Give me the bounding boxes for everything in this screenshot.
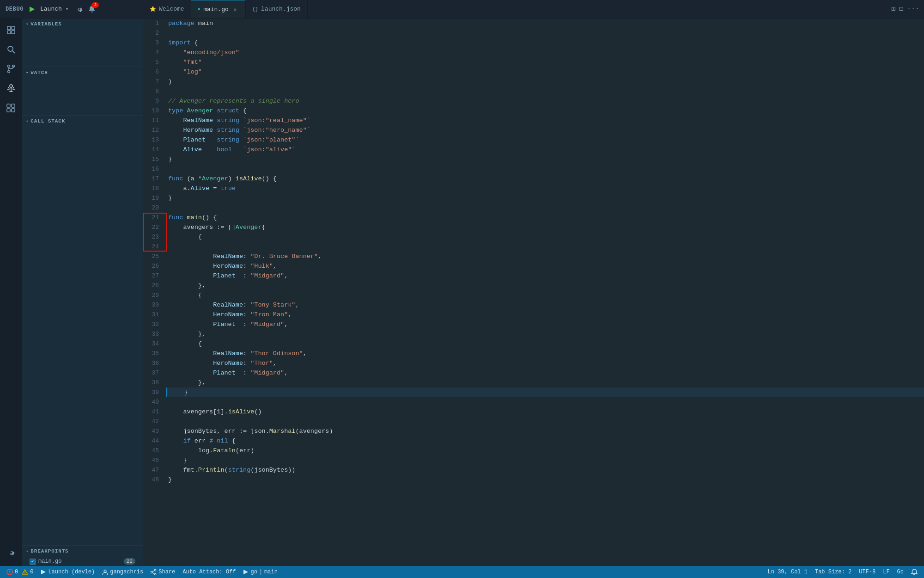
code-line-24[interactable] [166,242,924,252]
code-line-1[interactable]: package main [166,18,924,28]
code-line-5[interactable]: "fmt" [166,57,924,67]
more-actions-icon[interactable]: ··· [907,5,919,13]
status-language[interactable]: Go [894,569,907,575]
status-run[interactable]: Launch (devle) [37,566,98,578]
svg-rect-1 [7,26,11,30]
code-line-12[interactable]: HeroName string `json:"hero_name"` [166,125,924,135]
call-stack-section: ▾ CALL STACK [22,116,143,164]
call-stack-header[interactable]: ▾ CALL STACK [22,116,143,127]
status-bar-right: Ln 39, Col 1 Tab Size: 2 UTF-8 LF Go [764,569,921,575]
code-line-29[interactable]: { [166,290,924,300]
tab-main-go[interactable]: ● main.go ✕ [191,0,246,18]
code-line-25[interactable]: RealName: "Dr. Bruce Banner", [166,252,924,261]
status-share-label: Share [158,569,175,575]
code-line-27[interactable]: Planet : "Midgard", [166,271,924,281]
code-line-33[interactable]: }, [166,329,924,339]
code-line-2[interactable] [166,28,924,38]
status-line-endings[interactable]: LF [879,569,893,575]
code-line-35[interactable]: RealName: "Thor Odinson", [166,349,924,358]
editor-layout-icon[interactable]: ⊟ [899,5,903,13]
code-line-30[interactable]: RealName: "Tony Stark", [166,300,924,310]
run-button[interactable] [27,5,36,14]
code-line-20[interactable] [166,203,924,213]
status-auto-attach-label: Auto Attach: Off [182,569,236,575]
tab-launch-json[interactable]: {} launch.json [246,0,308,18]
debug-icon[interactable] [2,80,20,97]
watch-content [22,78,143,115]
code-line-36[interactable]: HeroName: "Thor", [166,358,924,368]
tab-welcome[interactable]: ⭐ Welcome [143,0,191,18]
code-line-46[interactable]: } [166,455,924,465]
code-line-10[interactable]: type Avenger struct { [166,106,924,116]
breakpoints-header[interactable]: ▾ BREAKPOINTS [22,546,143,557]
split-editor-icon[interactable]: ⊞ [891,5,895,13]
line-number-39: 39 [149,387,159,397]
status-user[interactable]: gangachris [98,566,147,578]
status-tab-size[interactable]: Tab Size: 2 [811,569,855,575]
code-content[interactable]: package main import ( "encoding/json" "f… [166,18,924,566]
line-number-10: 10 [149,106,159,116]
tab-close-main-go[interactable]: ✕ [231,6,239,13]
code-line-43[interactable]: jsonBytes, err := json.Marshal(avengers) [166,426,924,436]
code-line-23[interactable]: { [166,232,924,242]
line-number-38: 38 [149,378,159,387]
code-line-38[interactable]: }, [166,378,924,387]
status-notifications[interactable] [907,569,921,575]
code-line-17[interactable]: func (a *Avenger) isAlive() { [166,174,924,184]
code-editor[interactable]: 1234567891011121314151617181920212223242… [143,18,924,566]
code-line-11[interactable]: RealName string `json:"real_name"` [166,116,924,125]
code-line-31[interactable]: HeroName: "Iron Man", [166,310,924,320]
line-number-18: 18 [149,184,159,193]
status-errors[interactable]: 0 0 [3,566,37,578]
explorer-icon[interactable] [2,21,20,39]
code-line-42[interactable] [166,417,924,426]
settings-bottom-icon[interactable] [2,544,20,561]
watch-header[interactable]: ▾ WATCH [22,67,143,78]
status-auto-attach[interactable]: Auto Attach: Off [179,566,239,578]
code-line-41[interactable]: avengers[1].isAlive() [166,407,924,417]
code-line-18[interactable]: a.Alive = true [166,184,924,193]
breakpoint-checkbox[interactable]: ✓ [30,559,36,565]
code-line-7[interactable]: ) [166,77,924,86]
code-line-39[interactable]: } [166,387,924,397]
code-line-28[interactable]: }, [166,281,924,290]
status-line-col[interactable]: Ln 39, Col 1 [764,569,811,575]
source-control-icon[interactable] [2,60,20,78]
line-number-32: 32 [149,320,159,329]
code-line-34[interactable]: { [166,339,924,349]
launch-config-label: Launch [40,6,62,12]
code-line-44[interactable]: if err ≠ nil { [166,436,924,446]
code-line-9[interactable]: // Avenger represents a single hero [166,96,924,106]
code-line-3[interactable]: import ( [166,38,924,48]
code-line-14[interactable]: Alive bool `json:"alive"` [166,145,924,154]
code-line-15[interactable]: } [166,154,924,164]
code-line-22[interactable]: avengers := []Avenger{ [166,222,924,232]
code-line-16[interactable] [166,164,924,174]
code-line-40[interactable] [166,397,924,407]
line-number-42: 42 [149,417,159,426]
extensions-icon[interactable] [2,99,20,117]
code-line-19[interactable]: } [166,193,924,203]
status-go-run[interactable]: go | main [239,566,281,578]
variables-header[interactable]: ▾ VARIABLES [22,18,143,30]
code-line-4[interactable]: "encoding/json" [166,48,924,57]
settings-icon[interactable] [74,4,84,14]
code-line-45[interactable]: log.Fataln(err) [166,446,924,455]
status-share[interactable]: Share [147,566,179,578]
notification-icon[interactable]: 2 [87,4,97,14]
code-line-13[interactable]: Planet string `json:"planet"` [166,135,924,145]
code-line-48[interactable]: } [166,475,924,485]
code-line-32[interactable]: Planet : "Midgard", [166,320,924,329]
search-icon[interactable] [2,41,20,58]
code-line-8[interactable] [166,86,924,96]
status-go-label: go [250,569,257,575]
code-line-21[interactable]: func main() { [166,213,924,222]
breakpoint-item-main-go[interactable]: ✓ main.go 22 [22,557,143,566]
line-number-44: 44 [149,436,159,446]
status-encoding[interactable]: UTF-8 [855,569,879,575]
code-line-37[interactable]: Planet : "Midgard", [166,368,924,378]
error-count: 0 [15,569,18,575]
code-line-26[interactable]: HeroName: "Hulk", [166,261,924,271]
code-line-47[interactable]: fmt.Println(string(jsonBytes)) [166,465,924,475]
code-line-6[interactable]: "log" [166,67,924,77]
